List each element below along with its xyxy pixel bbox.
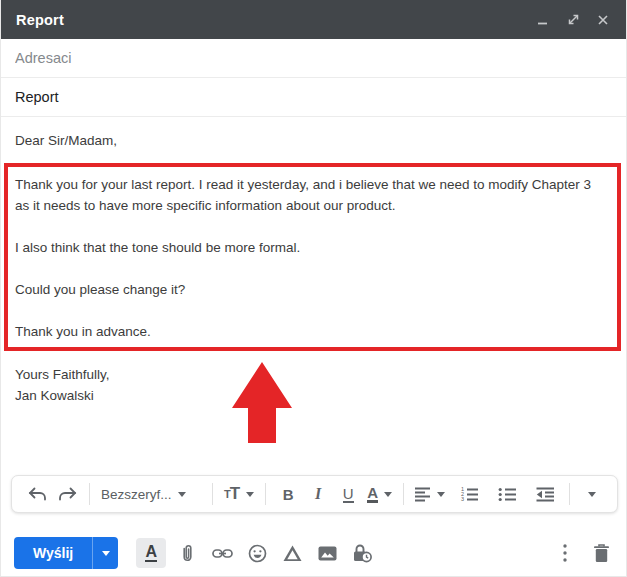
svg-text:3: 3 [461,496,464,502]
outdent-icon [536,487,555,502]
body-paragraph[interactable]: Thank you for your last report. I read i… [15,174,607,216]
numbered-list-icon: 123 [460,487,479,502]
insert-emoji-button[interactable] [243,539,271,567]
insert-photo-button[interactable] [313,539,341,567]
drive-icon [283,545,302,562]
text-color-button[interactable]: A [365,480,394,508]
font-size-button[interactable]: T T [222,480,256,508]
confidential-mode-icon [351,543,373,563]
text-color-icon: A [367,485,378,503]
discard-draft-icon [593,544,610,563]
toolbar-divider [212,483,213,505]
more-options-icon [563,544,567,562]
more-formats-icon [588,492,596,497]
titlebar: Report [1,0,626,39]
send-split-button: Wyślij [14,537,118,569]
underline-icon: U [343,486,354,503]
send-label: Wyślij [33,545,73,561]
annotation-arrow-up-icon [232,362,292,443]
toolbar-divider [403,483,404,505]
body-paragraph[interactable]: I also think that the tone should be mor… [15,237,607,258]
bulleted-list-button[interactable] [495,480,521,508]
redo-icon[interactable] [54,480,80,508]
insert-link-icon [212,546,233,561]
align-left-icon [415,487,431,502]
insert-link-button[interactable] [208,539,236,567]
send-button[interactable]: Wyślij [14,537,92,569]
expand-icon[interactable] [565,12,581,28]
closing-text[interactable]: Yours Faithfully, [15,367,110,382]
toolbar-divider [265,483,266,505]
bulleted-list-icon [498,487,517,502]
toolbar-divider [89,483,90,505]
bold-icon: B [283,486,294,503]
italic-button[interactable]: I [305,480,331,508]
action-bar: Wyślij A [14,533,615,573]
outdent-button[interactable] [533,480,559,508]
chevron-down-icon [178,492,186,497]
confidential-mode-button[interactable] [348,539,376,567]
formatting-icon: A [145,544,157,562]
highlight-box: Thank you for your last report. I read i… [4,163,621,351]
bold-button[interactable]: B [275,480,301,508]
body-paragraph[interactable]: Thank you in advance. [15,321,607,342]
font-family-label: Bezszeryf... [101,487,172,502]
toolbar-divider [569,483,570,505]
chevron-down-icon [246,492,254,497]
align-button[interactable] [413,480,447,508]
subject-input[interactable] [15,89,612,105]
body-paragraph[interactable]: Could you please change it? [15,279,607,300]
more-formats-button[interactable] [579,480,605,508]
emoji-icon [248,544,267,563]
compose-window: Report Dear Sir/Madam, Thank you for you… [0,0,627,577]
discard-draft-button[interactable] [587,539,615,567]
underline-button[interactable]: U [335,480,361,508]
chevron-down-icon [102,551,110,556]
attach-icon [180,543,194,564]
formatting-options-button[interactable]: A [136,538,166,568]
close-icon[interactable] [595,12,611,28]
recipients-input[interactable] [15,50,612,66]
window-title: Report [16,12,64,28]
formatting-toolbar: Bezszeryf... T T B I U A [11,475,618,513]
size-icon-large-t: T [230,484,240,504]
more-options-button[interactable] [551,539,579,567]
insert-from-drive-button[interactable] [278,539,306,567]
attach-files-button[interactable] [173,539,201,567]
send-options-button[interactable] [93,537,118,569]
minimize-icon[interactable] [535,12,551,28]
insert-photo-icon [318,546,337,561]
subject-row [1,78,626,117]
numbered-list-button[interactable]: 123 [457,480,483,508]
font-family-button[interactable]: Bezszeryf... [99,480,203,508]
chevron-down-icon [437,492,445,497]
recipients-row [1,39,626,78]
signature-text[interactable]: Jan Kowalski [15,388,94,403]
chevron-down-icon [384,492,392,497]
undo-icon[interactable] [24,480,50,508]
greeting-text[interactable]: Dear Sir/Madam, [15,133,117,148]
italic-icon: I [315,485,321,503]
